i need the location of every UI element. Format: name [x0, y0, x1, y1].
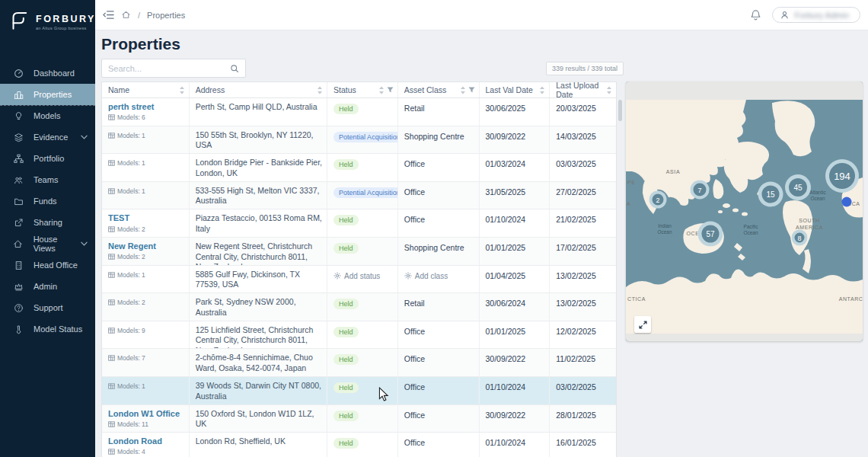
search-input[interactable] [108, 64, 230, 73]
column-header-asset-class[interactable]: Asset Class [398, 82, 480, 97]
name-cell: perth streetModels: 6 [102, 98, 190, 126]
home-icon[interactable] [121, 10, 131, 20]
table-row[interactable]: Models: 1533-555 High St, Melton VIC 333… [102, 182, 616, 210]
property-name-link[interactable]: perth street [108, 102, 184, 112]
sidebar-item-properties[interactable]: Properties [0, 84, 95, 105]
models-label: Models: 1 [117, 132, 145, 139]
sidebar-item-label: Evidence [34, 133, 68, 142]
column-header-last-upload-date[interactable]: Last Upload Date [550, 82, 616, 97]
forbury-logo-icon [8, 9, 30, 35]
address-cell: 5885 Gulf Fwy, Dickinson, TX 77539, USA [190, 266, 327, 293]
map-cluster[interactable]: 45 [785, 174, 811, 200]
sidebar-item-sharing[interactable]: Sharing [0, 212, 95, 233]
breadcrumb-current[interactable]: Properties [147, 11, 185, 20]
user-icon [780, 10, 790, 20]
column-label: Asset Class [404, 85, 446, 94]
last-upload-date: 03/02/2025 [556, 382, 611, 391]
user-menu[interactable]: Forbury Admin [772, 7, 860, 23]
table-scrollbar[interactable] [618, 100, 622, 121]
sort-icon[interactable] [460, 86, 466, 94]
map-cluster[interactable]: 194 [825, 159, 859, 193]
map-marker-dot[interactable] [842, 197, 852, 207]
asset-class-text: Office [404, 354, 474, 363]
last-val-date: 01/01/2025 [486, 243, 545, 252]
table-row[interactable]: Models: 1London Bridge Pier - Bankside P… [102, 154, 616, 182]
column-header-status[interactable]: Status [327, 82, 398, 97]
sidebar-item-house-views[interactable]: House Views [0, 233, 95, 254]
table-row[interactable]: London RoadModels: 4London Rd, Sheffield… [102, 433, 616, 457]
grid-icon [108, 114, 115, 120]
sidebar-item-head-office[interactable]: Head Office [0, 254, 95, 276]
table-row[interactable]: New RegentModels: 2New Regent Street, Ch… [102, 238, 616, 266]
last-val-date-cell: 30/06/2025 [480, 98, 550, 126]
grid-icon [108, 188, 115, 194]
table-row[interactable]: Models: 1150 55th St, Brooklyn, NY 11220… [102, 126, 616, 155]
name-cell: Models: 1 [102, 377, 190, 404]
last-upload-date: 12/02/2025 [556, 327, 611, 336]
map-cluster[interactable]: 15 [758, 182, 783, 207]
sidebar-item-dashboard[interactable]: Dashboard [0, 62, 95, 84]
sidebar-item-label: Dashboard [34, 69, 75, 78]
column-header-last-val-date[interactable]: Last Val Date [480, 82, 550, 97]
sidebar-item-evidence[interactable]: Evidence [0, 126, 95, 148]
property-name-link[interactable]: London Road [108, 436, 184, 446]
map-cluster[interactable]: 2 [649, 191, 667, 209]
last-val-date-cell: 30/09/2022 [480, 126, 550, 154]
folder-icon [13, 196, 24, 206]
sort-icon[interactable] [317, 86, 323, 94]
column-header-address[interactable]: Address [190, 82, 327, 97]
address-cell: 150 55th St, Brooklyn, NY 11220, USA [190, 126, 327, 154]
add-status-button[interactable]: Add status [333, 272, 393, 280]
property-name-link[interactable]: TEST [108, 213, 184, 223]
last-upload-date-cell: 03/02/2025 [550, 377, 616, 404]
map-label: ANTARCT [839, 296, 863, 303]
sort-icon[interactable] [539, 86, 545, 94]
sidebar-item-portfolio[interactable]: Portfolio [0, 148, 95, 169]
table-row[interactable]: London W1 OfficeModels: 11150 Oxford St,… [102, 405, 616, 433]
last-upload-date-cell: 13/02/2025 [550, 266, 616, 293]
filter-icon[interactable] [387, 87, 394, 93]
sort-icon[interactable] [179, 86, 185, 94]
status-cell: Held [327, 293, 398, 321]
asset-class-cell: Shopping Centre [398, 126, 480, 154]
sidebar-item-models[interactable]: Models [0, 105, 95, 126]
map-cluster[interactable]: 57 [698, 222, 723, 247]
status-badge: Held [333, 411, 359, 421]
sidebar-item-admin[interactable]: Admin [0, 276, 95, 297]
asset-class-text: Office [404, 438, 474, 447]
sidebar-item-support[interactable]: Support [0, 297, 95, 318]
table-row[interactable]: Models: 2Park St, Sydney NSW 2000, Austr… [102, 293, 616, 321]
status-badge: Potential Acquisition [333, 132, 398, 142]
add-class-button[interactable]: Add class [404, 272, 474, 280]
search-icon[interactable] [230, 64, 239, 73]
column-label: Name [108, 85, 129, 94]
sort-icon[interactable] [606, 86, 612, 94]
properties-map[interactable]: ASIAPEAIndian OceanOCEPacific OceanAtlan… [626, 81, 863, 341]
last-val-date: 01/01/2025 [486, 327, 545, 336]
table-row[interactable]: TESTModels: 2Piazza Testaccio, 00153 Rom… [102, 209, 616, 238]
map-expand-button[interactable] [634, 316, 651, 333]
table-row[interactable]: Models: 72-chōme-8-4 Sennichimae, Chuo W… [102, 349, 616, 377]
name-cell: London W1 OfficeModels: 11 [102, 405, 190, 433]
map-cluster[interactable]: 8 [792, 230, 808, 246]
sidebar-item-teams[interactable]: Teams [0, 169, 95, 190]
sidebar-item-model-status[interactable]: Model Status [0, 318, 95, 340]
table-row[interactable]: Models: 139 Woods St, Darwin City NT 080… [102, 377, 616, 405]
sidebar-collapse-icon[interactable] [103, 10, 114, 20]
property-name-link[interactable]: London W1 Office [108, 409, 184, 419]
sidebar-item-label: House Views [34, 235, 81, 253]
map-cluster[interactable]: 7 [691, 181, 710, 200]
models-count: Models: 2 [108, 299, 184, 306]
filter-icon[interactable] [468, 87, 475, 93]
table-row[interactable]: perth streetModels: 6Perth St, Camp Hill… [102, 98, 616, 126]
sort-icon[interactable] [378, 86, 385, 94]
bell-icon[interactable] [750, 9, 761, 21]
name-cell: Models: 1 [102, 266, 190, 293]
column-header-name[interactable]: Name [102, 82, 190, 97]
table-row[interactable]: Models: 15885 Gulf Fwy, Dickinson, TX 77… [102, 266, 616, 294]
sidebar-item-funds[interactable]: Funds [0, 190, 95, 212]
models-label: Models: 11 [117, 420, 148, 428]
table-row[interactable]: Models: 9125 Lichfield Street, Christchu… [102, 321, 616, 350]
last-upload-date: 20/03/2025 [556, 104, 611, 113]
property-name-link[interactable]: New Regent [108, 241, 184, 251]
